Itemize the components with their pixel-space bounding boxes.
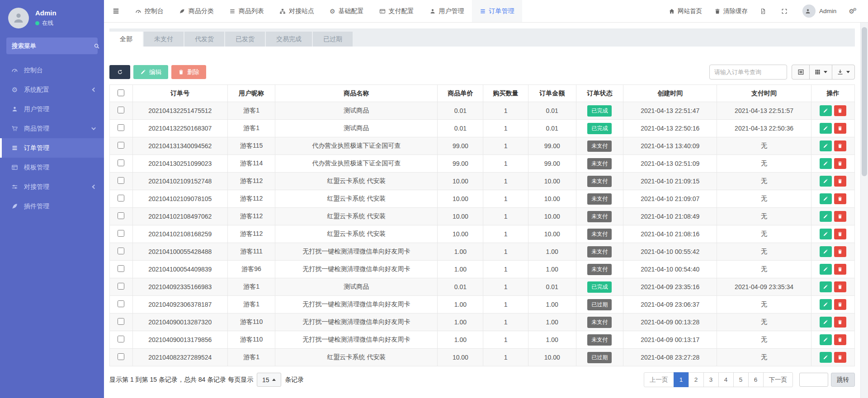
scrollbar-thumb[interactable]: [862, 27, 867, 176]
row-edit-button[interactable]: [820, 246, 832, 257]
pagination-page-2[interactable]: 2: [689, 372, 704, 387]
row-edit-button[interactable]: [820, 176, 832, 187]
row-delete-button[interactable]: [834, 299, 846, 310]
table-row: 202104092335166983游客1测试商品0.0110.01已完成202…: [110, 278, 855, 296]
row-delete-button[interactable]: [834, 317, 846, 328]
row-edit-button[interactable]: [820, 105, 832, 116]
fullscreen-button[interactable]: [781, 8, 790, 14]
pagination-page-1[interactable]: 1: [674, 372, 689, 387]
pagination-prev[interactable]: 上一页: [644, 372, 674, 387]
row-edit-button[interactable]: [820, 229, 832, 239]
jump-page-input[interactable]: [799, 373, 828, 387]
tab-unpaid[interactable]: 未支付: [144, 32, 184, 47]
row-checkbox[interactable]: [118, 212, 124, 219]
row-checkbox[interactable]: [118, 265, 124, 272]
clear-cache-button[interactable]: 清除缓存: [714, 7, 748, 15]
nav-item-user-mgmt[interactable]: 用户管理: [422, 0, 472, 22]
row-edit-button[interactable]: [820, 281, 832, 292]
row-checkbox[interactable]: [118, 300, 124, 307]
row-checkbox[interactable]: [118, 159, 124, 166]
site-home-button[interactable]: 网站首页: [669, 7, 702, 15]
row-delete-button[interactable]: [834, 158, 846, 169]
product-cell: 红盟云卡系统 代安装: [275, 225, 438, 243]
sidebar-item-console[interactable]: 控制台: [0, 61, 104, 80]
sidebar-search[interactable]: [6, 37, 98, 54]
tab-completed[interactable]: 交易完成: [266, 32, 312, 47]
page-size-select[interactable]: 15: [257, 373, 281, 387]
row-edit-button[interactable]: [820, 264, 832, 275]
row-edit-button[interactable]: [820, 140, 832, 151]
pagination-page-4[interactable]: 4: [718, 372, 734, 387]
row-checkbox[interactable]: [118, 248, 124, 254]
row-edit-button[interactable]: [820, 334, 832, 345]
nav-item-product-category[interactable]: 商品分类: [171, 0, 222, 22]
row-checkbox[interactable]: [118, 142, 124, 149]
row-delete-button[interactable]: [834, 229, 846, 239]
row-delete-button[interactable]: [834, 123, 846, 134]
nav-item-payment-config[interactable]: 支付配置: [372, 0, 422, 22]
row-delete-button[interactable]: [834, 105, 846, 116]
sidebar-item-integration-mgmt[interactable]: 对接管理: [0, 177, 104, 197]
delete-button[interactable]: 删除: [171, 65, 206, 79]
row-edit-button[interactable]: [820, 123, 832, 134]
row-checkbox[interactable]: [118, 318, 124, 325]
row-delete-button[interactable]: [834, 334, 846, 345]
menu-toggle-button[interactable]: [104, 0, 127, 22]
row-delete-button[interactable]: [834, 246, 846, 257]
sidebar-item-user-mgmt[interactable]: 用户管理: [0, 99, 104, 119]
select-all-checkbox[interactable]: [118, 89, 124, 96]
row-checkbox[interactable]: [118, 177, 124, 184]
row-edit-button[interactable]: [820, 193, 832, 204]
row-delete-button[interactable]: [834, 352, 846, 363]
pagination-next[interactable]: 下一页: [763, 372, 793, 387]
nav-item-order-mgmt[interactable]: 订单管理: [472, 0, 522, 22]
nav-item-basic-config[interactable]: ⚙基础配置: [322, 0, 372, 22]
tab-shipped[interactable]: 已发货: [225, 32, 265, 47]
tab-to-ship[interactable]: 代发货: [184, 32, 224, 47]
sidebar-item-template-mgmt[interactable]: 模板管理: [0, 158, 104, 177]
row-delete-button[interactable]: [834, 281, 846, 292]
tab-expired[interactable]: 已过期: [313, 32, 353, 47]
row-edit-button[interactable]: [820, 158, 832, 169]
columns-button[interactable]: [809, 65, 832, 80]
pagination-page-5[interactable]: 5: [733, 372, 749, 387]
row-delete-button[interactable]: [834, 140, 846, 151]
detail-view-button[interactable]: [792, 65, 810, 80]
row-delete-button[interactable]: [834, 264, 846, 275]
sidebar-item-system-config[interactable]: ⚙系统配置: [0, 80, 104, 99]
nav-item-integration-site[interactable]: 对接站点: [272, 0, 322, 22]
row-delete-button[interactable]: [834, 176, 846, 187]
row-delete-button[interactable]: [834, 211, 846, 222]
settings-button[interactable]: ⚙⚙: [849, 8, 858, 14]
row-checkbox[interactable]: [118, 336, 124, 342]
jump-button[interactable]: 跳转: [831, 373, 855, 387]
pagination-page-3[interactable]: 3: [703, 372, 719, 387]
nav-item-product-list[interactable]: 商品列表: [222, 0, 272, 22]
tab-all[interactable]: 全部: [109, 32, 143, 47]
refresh-button[interactable]: [109, 65, 130, 79]
sidebar-item-plugin-mgmt[interactable]: 插件管理: [0, 197, 104, 216]
sidebar-search-input[interactable]: [12, 42, 94, 49]
row-checkbox[interactable]: [118, 107, 124, 113]
row-edit-button[interactable]: [820, 211, 832, 222]
search-icon[interactable]: [94, 43, 100, 49]
row-edit-button[interactable]: [820, 317, 832, 328]
row-checkbox[interactable]: [118, 283, 124, 290]
row-edit-button[interactable]: [820, 299, 832, 310]
order-search-input[interactable]: [709, 65, 787, 80]
scrollbar[interactable]: [860, 23, 868, 398]
row-checkbox[interactable]: [118, 124, 124, 131]
row-checkbox[interactable]: [118, 353, 124, 360]
sidebar-item-product-mgmt[interactable]: 商品管理: [0, 119, 104, 138]
row-edit-button[interactable]: [820, 352, 832, 363]
account-menu[interactable]: Admin: [802, 5, 836, 18]
nav-item-console[interactable]: 控制台: [127, 0, 171, 22]
sidebar-item-order-mgmt[interactable]: 订单管理: [0, 138, 104, 158]
edit-button[interactable]: 编辑: [133, 65, 168, 79]
log-file-button[interactable]: [760, 8, 769, 14]
pagination-page-6[interactable]: 6: [748, 372, 764, 387]
row-checkbox[interactable]: [118, 195, 124, 201]
row-checkbox[interactable]: [118, 230, 124, 237]
row-delete-button[interactable]: [834, 193, 846, 204]
export-button[interactable]: [832, 65, 855, 80]
